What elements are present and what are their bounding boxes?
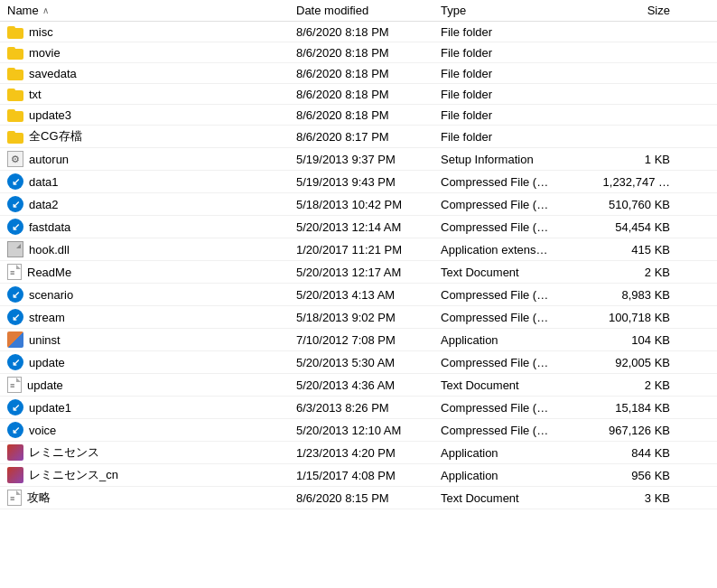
table-row[interactable]: data15/19/2013 9:43 PMCompressed File (…… [0, 171, 717, 193]
table-row[interactable]: ReadMe5/20/2013 12:17 AMText Document2 K… [0, 261, 717, 284]
cell-date: 5/20/2013 4:13 AM [296, 288, 441, 302]
table-row[interactable]: update5/20/2013 5:30 AMCompressed File (… [0, 351, 717, 374]
table-row[interactable]: 攻略8/6/2020 8:15 PMText Document3 KB [0, 487, 717, 509]
file-name: stream [29, 311, 65, 324]
file-name: update1 [29, 401, 71, 415]
cell-name: 全CG存檔 [7, 128, 296, 145]
rows-container: misc8/6/2020 8:18 PMFile foldermovie8/6/… [0, 22, 717, 509]
table-row[interactable]: data25/18/2013 10:42 PMCompressed File (… [0, 193, 717, 216]
cell-date: 5/18/2013 9:02 PM [296, 311, 441, 324]
cell-size: 8,983 KB [594, 288, 684, 302]
cell-date: 6/3/2013 8:26 PM [296, 401, 441, 415]
table-row[interactable]: stream5/18/2013 9:02 PMCompressed File (… [0, 306, 717, 329]
table-row[interactable]: scenario5/20/2013 4:13 AMCompressed File… [0, 284, 717, 306]
app-custom-icon [7, 444, 23, 461]
table-row[interactable]: レミニセンス_cn1/15/2017 4:08 PMApplication956… [0, 464, 717, 487]
cell-size: 510,760 KB [594, 198, 684, 211]
cell-name: misc [7, 24, 296, 39]
cell-name: update3 [7, 107, 296, 122]
file-name: update [27, 378, 63, 392]
cell-date: 8/6/2020 8:17 PM [296, 130, 441, 144]
table-row[interactable]: voice5/20/2013 12:10 AMCompressed File (… [0, 419, 717, 442]
file-name: misc [29, 25, 53, 39]
cell-date: 5/19/2013 9:37 PM [296, 153, 441, 166]
text-icon [7, 377, 22, 393]
folder-icon [7, 66, 23, 80]
table-row[interactable]: update16/3/2013 8:26 PMCompressed File (… [0, 397, 717, 419]
cell-date: 8/6/2020 8:18 PM [296, 108, 441, 122]
file-name: レミニセンス_cn [29, 467, 118, 483]
cell-name: data1 [7, 173, 296, 190]
setup-icon [7, 151, 23, 167]
cell-name: uninst [7, 331, 296, 348]
cell-date: 5/20/2013 12:10 AM [296, 424, 441, 437]
cell-name: ReadMe [7, 264, 296, 280]
text-icon [7, 264, 22, 280]
col-header-name[interactable]: Name ∧ [7, 4, 296, 17]
table-row[interactable]: hook.dll1/20/2017 11:21 PMApplication ex… [0, 238, 717, 261]
col-header-size[interactable]: Size [594, 4, 684, 17]
table-row[interactable]: uninst7/10/2012 7:08 PMApplication104 KB [0, 329, 717, 351]
cell-type: Compressed File (… [441, 198, 594, 211]
table-row[interactable]: レミニセンス1/23/2013 4:20 PMApplication844 KB [0, 442, 717, 464]
file-name: update [29, 356, 65, 369]
cell-size: 2 KB [594, 378, 684, 392]
cell-size: 956 KB [594, 469, 684, 482]
col-header-date[interactable]: Date modified [296, 4, 441, 17]
cell-type: Text Document [441, 266, 594, 279]
cell-size: 100,718 KB [594, 311, 684, 324]
cell-size: 104 KB [594, 333, 684, 347]
cell-name: voice [7, 422, 296, 438]
compressed-icon [7, 399, 23, 415]
col-header-type[interactable]: Type [441, 4, 594, 17]
file-name: fastdata [29, 220, 70, 234]
folder-icon [7, 45, 23, 60]
cell-size: 415 KB [594, 243, 684, 257]
file-name: autorun [29, 153, 69, 166]
table-row[interactable]: txt8/6/2020 8:18 PMFile folder [0, 84, 717, 105]
file-name: レミニセンス [29, 444, 99, 461]
cell-size: 1,232,747 … [594, 175, 684, 189]
cell-type: Compressed File (… [441, 401, 594, 415]
cell-name: fastdata [7, 219, 296, 235]
file-name: update3 [29, 108, 71, 122]
compressed-icon [7, 422, 23, 438]
cell-size: 844 KB [594, 446, 684, 460]
cell-name: レミニセンス [7, 444, 296, 461]
file-name: txt [29, 88, 42, 101]
table-row[interactable]: fastdata5/20/2013 12:14 AMCompressed Fil… [0, 216, 717, 238]
cell-type: Compressed File (… [441, 424, 594, 437]
table-row[interactable]: 全CG存檔8/6/2020 8:17 PMFile folder [0, 126, 717, 148]
cell-name: update [7, 377, 296, 393]
table-row[interactable]: movie8/6/2020 8:18 PMFile folder [0, 42, 717, 63]
cell-name: txt [7, 87, 296, 101]
table-row[interactable]: savedata8/6/2020 8:18 PMFile folder [0, 63, 717, 84]
compressed-icon [7, 196, 23, 212]
table-row[interactable]: autorun5/19/2013 9:37 PMSetup Informatio… [0, 148, 717, 171]
cell-type: File folder [441, 46, 594, 60]
cell-date: 1/15/2017 4:08 PM [296, 469, 441, 482]
table-row[interactable]: update38/6/2020 8:18 PMFile folder [0, 105, 717, 126]
text-icon [7, 490, 22, 506]
cell-date: 5/18/2013 10:42 PM [296, 198, 441, 211]
cell-name: autorun [7, 151, 296, 167]
folder-icon [7, 24, 23, 39]
cell-date: 5/20/2013 4:36 AM [296, 378, 441, 392]
folder-icon [7, 87, 23, 101]
table-row[interactable]: misc8/6/2020 8:18 PMFile folder [0, 22, 717, 42]
cell-type: Application extens… [441, 243, 594, 257]
file-name: 全CG存檔 [29, 128, 82, 145]
compressed-icon [7, 219, 23, 235]
cell-type: Application [441, 333, 594, 347]
cell-date: 8/6/2020 8:18 PM [296, 67, 441, 80]
file-name: movie [29, 46, 61, 60]
cell-date: 5/19/2013 9:43 PM [296, 175, 441, 189]
cell-type: Application [441, 446, 594, 460]
table-row[interactable]: update5/20/2013 4:36 AMText Document2 KB [0, 374, 717, 397]
cell-size: 1 KB [594, 153, 684, 166]
cell-name: scenario [7, 286, 296, 303]
cell-type: Text Document [441, 378, 594, 392]
cell-type: Compressed File (… [441, 311, 594, 324]
cell-type: Compressed File (… [441, 288, 594, 302]
cell-type: Application [441, 469, 594, 482]
